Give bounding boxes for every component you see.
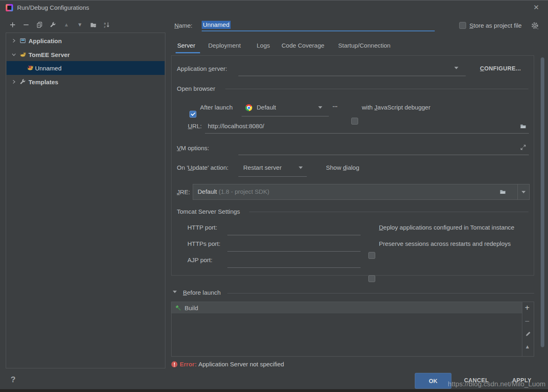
name-label: Name:	[174, 22, 192, 29]
after-launch-checkbox[interactable]	[189, 111, 196, 118]
dropdown-arrow-icon	[318, 106, 322, 109]
tomcat-settings-section-label: Tomcat Server Settings	[177, 208, 240, 215]
browse-folder-icon[interactable]	[500, 188, 506, 195]
remove-icon[interactable]	[22, 20, 31, 29]
jre-value: Default	[198, 188, 217, 195]
tree-item-application[interactable]: Application	[7, 34, 165, 48]
apply-button[interactable]: APPLY	[512, 377, 531, 383]
tree-item-templates[interactable]: Templates	[7, 75, 165, 89]
browser-dropdown-value: Default	[257, 104, 276, 111]
before-launch-item-build[interactable]: Build	[172, 302, 522, 314]
before-launch-section-label[interactable]: Before launch	[183, 289, 221, 296]
dropdown-arrow-icon	[299, 166, 303, 169]
edit-pencil-icon[interactable]	[525, 331, 531, 337]
deploy-applications-checkbox[interactable]	[368, 252, 375, 259]
ajp-port-underline	[227, 267, 361, 268]
tree-toolbar: ▲ ▼ a z	[8, 20, 111, 30]
ajp-port-label: AJP port:	[187, 256, 212, 263]
http-port-label: HTTP port:	[187, 224, 217, 231]
vm-options-label: VM options:	[177, 145, 209, 151]
dropdown-arrow-icon	[522, 191, 526, 193]
wrench-icon[interactable]	[48, 20, 57, 29]
svg-text:z: z	[104, 25, 106, 28]
tree-item-label: Templates	[29, 79, 58, 85]
browser-dropdown-underline	[242, 116, 329, 116]
remove-icon[interactable]: −	[525, 318, 530, 324]
on-update-action-dropdown[interactable]: Restart server	[243, 164, 307, 171]
dialog-title: Run/Debug Configurations	[17, 4, 89, 11]
chevron-down-icon[interactable]	[11, 51, 17, 58]
open-browser-separator	[225, 89, 528, 89]
run-debug-configurations-dialog: Run/Debug Configurations ✕ ▲ ▼ a z	[0, 0, 548, 392]
url-label: URL:	[188, 123, 202, 129]
before-launch-separator	[227, 293, 534, 293]
tomcat-settings-separator	[249, 212, 528, 212]
tab-code-coverage[interactable]: Code Coverage	[282, 42, 324, 49]
tree-item-label: TomEE Server	[29, 51, 70, 58]
name-input[interactable]: Unnamed	[202, 21, 435, 31]
dropdown-arrow-icon	[454, 67, 458, 69]
before-launch-list-viewport: Build	[172, 302, 522, 356]
copy-icon[interactable]	[35, 20, 44, 29]
configure-link[interactable]: CONFIGURE...	[480, 65, 521, 72]
cancel-button[interactable]: CANCEL	[464, 377, 489, 383]
sort-az-icon[interactable]: a z	[102, 20, 111, 29]
move-up-icon[interactable]: ▲	[62, 20, 71, 29]
url-input-underline	[205, 133, 529, 134]
ajp-port-input[interactable]	[227, 256, 361, 266]
after-launch-label: After launch	[200, 104, 233, 111]
https-port-underline	[227, 251, 361, 252]
tab-startup-connection[interactable]: Startup/Connection	[338, 42, 390, 49]
tab-server[interactable]: Server	[177, 42, 195, 49]
browse-more-button[interactable]: ...	[332, 101, 338, 108]
name-input-focus-underline	[202, 31, 435, 31]
deploy-applications-label: Deploy applications configured in Tomcat…	[379, 224, 514, 231]
expand-icon[interactable]	[520, 144, 526, 151]
on-update-action-value: Restart server	[243, 164, 282, 171]
error-icon	[171, 361, 178, 369]
https-port-label: HTTPs port:	[187, 240, 220, 247]
error-message: Application Server not specified	[198, 361, 284, 368]
add-icon[interactable]: +	[525, 304, 530, 311]
browser-dropdown[interactable]: Default	[257, 104, 329, 111]
before-launch-list: Build + − ▲	[171, 302, 534, 357]
window-bottom-edge	[0, 389, 548, 392]
chevron-right-icon[interactable]	[11, 79, 17, 85]
gear-icon[interactable]	[531, 22, 540, 31]
preserve-sessions-label: Preserve sessions across restarts and re…	[379, 240, 511, 247]
chrome-icon	[245, 104, 252, 111]
tree-item-unnamed[interactable]: Unnamed	[7, 61, 165, 75]
error-prefix: Error:	[180, 361, 197, 368]
url-input[interactable]: http://localhost:8080/	[208, 123, 517, 129]
js-debugger-label: with JavaScript debugger	[362, 104, 430, 111]
before-launch-expander-icon[interactable]	[173, 291, 177, 293]
http-port-input[interactable]	[227, 223, 361, 234]
ok-button[interactable]: OK	[415, 373, 451, 389]
configurations-tree: Application TomEE Server Unnamed Templat…	[6, 33, 165, 368]
vertical-scrollbar-thumb[interactable]	[541, 57, 544, 347]
preserve-sessions-checkbox[interactable]	[368, 275, 375, 282]
move-up-icon[interactable]: ▲	[525, 344, 530, 350]
tomee-error-icon	[27, 65, 33, 71]
chevron-right-icon[interactable]	[11, 37, 17, 44]
vm-options-underline	[238, 155, 529, 155]
tree-item-tomee-server[interactable]: TomEE Server	[7, 48, 165, 61]
store-as-project-file-label: Store as project file	[469, 22, 522, 29]
close-icon[interactable]: ✕	[532, 3, 541, 12]
store-as-project-file-checkbox[interactable]	[459, 22, 466, 29]
add-icon[interactable]	[8, 20, 17, 29]
tab-deployment[interactable]: Deployment	[208, 42, 241, 49]
new-folder-icon[interactable]	[89, 20, 98, 29]
jre-hint: (1.8 - project SDK)	[219, 188, 269, 195]
name-input-selected-text: Unnamed	[202, 21, 231, 29]
https-port-input[interactable]	[227, 239, 361, 250]
browse-folder-icon[interactable]	[520, 123, 526, 129]
active-tab-underline	[176, 52, 200, 53]
tab-logs[interactable]: Logs	[257, 42, 270, 49]
jre-combobox[interactable]: Default (1.8 - project SDK)	[193, 184, 530, 200]
move-down-icon[interactable]: ▼	[75, 20, 84, 29]
jre-dropdown-button[interactable]	[517, 184, 529, 199]
help-icon[interactable]: ?	[11, 375, 15, 384]
application-server-dropdown[interactable]	[238, 64, 466, 76]
vm-options-input[interactable]	[238, 144, 519, 154]
